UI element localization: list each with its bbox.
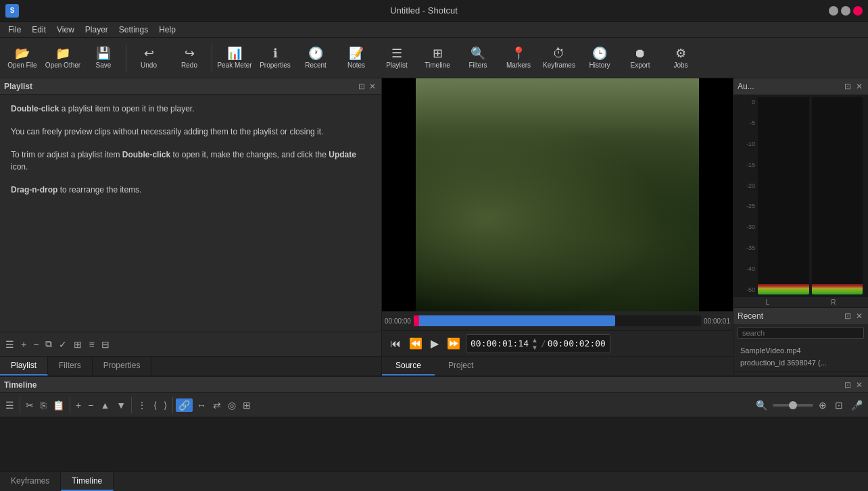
timeline-split-button[interactable]: ⋮ — [135, 398, 149, 412]
channel-r-label: R — [831, 299, 836, 306]
tab-properties[interactable]: Properties — [93, 357, 152, 376]
timeline-zoom-in-button[interactable]: ⊕ — [816, 398, 829, 412]
timeline-close-button[interactable]: ✕ — [854, 380, 864, 390]
open-other-icon: 📁 — [55, 47, 70, 59]
timeline-add-track-button[interactable]: + — [73, 398, 84, 412]
timeline-copy-button[interactable]: ⎘ — [38, 398, 49, 412]
bottom-tab-timeline[interactable]: Timeline — [61, 472, 114, 491]
jobs-button[interactable]: ⚙ Jobs — [661, 40, 700, 76]
open-other-label: Open Other — [45, 61, 80, 69]
timeline-fit-button[interactable]: ⊡ — [832, 398, 846, 412]
source-tab-project[interactable]: Project — [435, 357, 487, 376]
playlist-float-button[interactable]: ⊡ — [357, 82, 366, 91]
inst4-text: to rearrange the items. — [57, 185, 141, 195]
recent-close-button[interactable]: ✕ — [854, 311, 864, 321]
filters-button[interactable]: 🔍 Filters — [458, 40, 498, 76]
timeline-button[interactable]: ⊞ Timeline — [418, 40, 457, 76]
recent-files-list: SampleVideo.mp4 production_id 3698047 (.… — [733, 342, 868, 371]
playlist-button[interactable]: ☰ Playlist — [377, 40, 416, 76]
redo-button[interactable]: ↪ Redo — [170, 40, 209, 76]
timeline-cut-button[interactable]: ✂ — [23, 398, 37, 412]
recent-file-2[interactable]: production_id 3698047 (... — [738, 357, 864, 369]
go-to-start-button[interactable]: ⏮ — [387, 337, 404, 351]
timeline-paste-button[interactable]: 📋 — [50, 398, 67, 412]
tab-filters[interactable]: Filters — [48, 357, 93, 376]
open-other-button[interactable]: 📁 Open Other — [43, 40, 82, 76]
timeline-menu-button[interactable]: ☰ — [3, 398, 17, 412]
maximize-button[interactable] — [841, 6, 850, 16]
markers-button[interactable]: 📍 Markers — [499, 40, 538, 76]
timeline-overwrite-button[interactable]: ▼ — [114, 398, 128, 412]
peak-meter-button[interactable]: 📊 Peak Meter — [215, 40, 254, 76]
recent-float-button[interactable]: ⊡ — [843, 311, 852, 321]
playlist-menu-button[interactable]: ☰ — [3, 338, 17, 351]
video-letterbox-right — [699, 78, 733, 311]
tl-sep-1 — [20, 397, 20, 413]
timeline-center-button[interactable]: ◎ — [225, 398, 239, 412]
history-label: History — [589, 61, 610, 69]
notes-icon: 📝 — [349, 47, 364, 59]
redo-icon: ↪ — [185, 47, 195, 59]
properties-button[interactable]: ℹ Properties — [256, 40, 295, 76]
playlist-instruction-2: You can freely preview clips without nec… — [11, 126, 370, 138]
notes-label: Notes — [347, 61, 365, 69]
jobs-icon: ⚙ — [675, 47, 686, 59]
timeline-zoom-out-button[interactable]: 🔍 — [753, 398, 770, 412]
tl-sep-2 — [70, 397, 70, 413]
recent-search-input[interactable] — [738, 327, 864, 339]
playlist-thumb-button[interactable]: ⊟ — [99, 338, 112, 351]
timeline-float-button[interactable]: ⊡ — [843, 380, 852, 390]
playlist-check-button[interactable]: ✓ — [56, 338, 70, 351]
keyframes-button[interactable]: ⏱ Keyframes — [539, 40, 579, 76]
playlist-remove-button[interactable]: − — [30, 338, 41, 351]
timeline-grid-button[interactable]: ⊞ — [240, 398, 254, 412]
recent-button[interactable]: 🕐 Recent — [296, 40, 335, 76]
history-button[interactable]: 🕒 History — [580, 40, 619, 76]
menu-file[interactable]: File — [3, 24, 26, 36]
timeline-mark-in-button[interactable]: ⟨ — [151, 398, 160, 412]
menu-player[interactable]: Player — [80, 24, 114, 36]
bottom-tab-keyframes[interactable]: Keyframes — [0, 472, 61, 491]
right-panel: Au... ⊡ ✕ 0 -5 -10 -15 -20 -25 -30 -35 -… — [733, 78, 868, 376]
menu-edit[interactable]: Edit — [26, 24, 51, 36]
player-scrubber[interactable]: 00:00:00 00:00:01 — [382, 311, 733, 330]
timeline-mark-out-button[interactable]: ⟩ — [161, 398, 170, 412]
tab-playlist[interactable]: Playlist — [0, 357, 48, 376]
timeline-ripple-button[interactable]: ↔ — [194, 398, 209, 412]
open-file-button[interactable]: 📂 Open File — [3, 40, 42, 76]
play-pause-button[interactable]: ▶ — [428, 337, 441, 351]
timeline-remove-track-button[interactable]: − — [85, 398, 96, 412]
playlist-add-button[interactable]: + — [18, 338, 29, 351]
minimize-button[interactable] — [829, 6, 838, 16]
menu-help[interactable]: Help — [153, 24, 181, 36]
inst3-text3: icon. — [11, 162, 28, 172]
audio-close-button[interactable]: ✕ — [854, 82, 864, 91]
tl-sep-4 — [172, 397, 173, 413]
audio-float-button[interactable]: ⊡ — [843, 82, 852, 91]
menu-view[interactable]: View — [51, 24, 80, 36]
close-button[interactable] — [853, 6, 863, 16]
timeline-zoom-slider[interactable] — [773, 404, 813, 407]
timeline-ripple-all-button[interactable]: ⇄ — [210, 398, 224, 412]
recent-label: Recent — [305, 61, 327, 69]
notes-button[interactable]: 📝 Notes — [337, 40, 376, 76]
timeline-snap-button[interactable]: 🔗 — [176, 398, 193, 412]
save-button[interactable]: 💾 Save — [84, 40, 123, 76]
playlist-copy-button[interactable]: ⧉ — [43, 337, 55, 351]
timeline-mic-button[interactable]: 🎤 — [848, 398, 865, 412]
playlist-instruction-4: Drag-n-drop to rearrange the items. — [11, 184, 370, 196]
menu-settings[interactable]: Settings — [114, 24, 153, 36]
timecode-spinner[interactable]: ▲▼ — [530, 336, 539, 351]
timeline-progress-bar[interactable] — [414, 315, 701, 326]
source-tab-source[interactable]: Source — [382, 357, 435, 376]
recent-file-1[interactable]: SampleVideo.mp4 — [738, 344, 864, 357]
undo-button[interactable]: ↩ Undo — [129, 40, 168, 76]
timeline-lift-button[interactable]: ▲ — [97, 398, 112, 412]
export-button[interactable]: ⏺ Export — [621, 40, 660, 76]
step-back-button[interactable]: ⏪ — [406, 337, 425, 351]
playlist-grid-button[interactable]: ⊞ — [71, 338, 85, 351]
playlist-close-button[interactable]: ✕ — [368, 82, 377, 91]
app-logo: S — [5, 4, 19, 18]
step-forward-button[interactable]: ⏩ — [444, 337, 463, 351]
playlist-list-button[interactable]: ≡ — [86, 338, 97, 351]
